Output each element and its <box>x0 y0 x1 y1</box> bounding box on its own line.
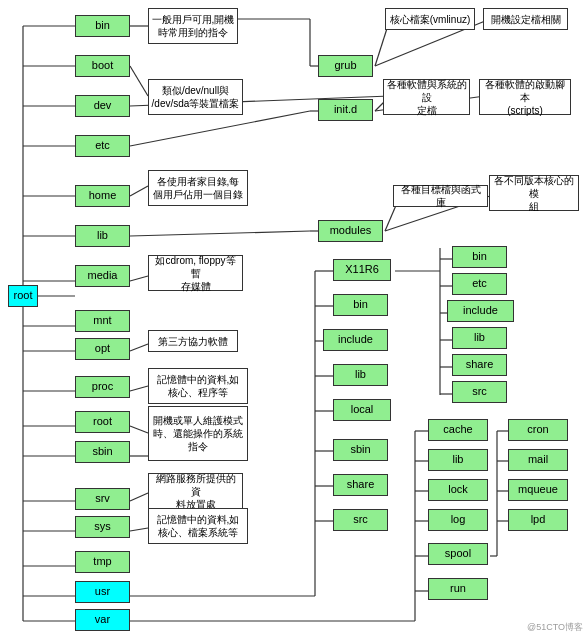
usr-label: usr <box>95 585 110 598</box>
svg-line-40 <box>130 426 148 433</box>
proc-desc-text: 記憶體中的資料,如核心、程序等 <box>157 373 240 399</box>
svg-line-37 <box>130 276 148 281</box>
usr-share-node: share <box>333 474 388 496</box>
lpd-node: lpd <box>508 509 568 531</box>
modules-node: modules <box>318 220 383 242</box>
usr-bin-node: bin <box>333 294 388 316</box>
sbin-desc-text: 開機或單人維護模式時、還能操作的系統指令 <box>153 414 243 453</box>
grub-node: grub <box>318 55 373 77</box>
lib-node: lib <box>75 225 130 247</box>
usr-node: usr <box>75 581 130 603</box>
x11r6-label: X11R6 <box>345 263 379 276</box>
x11-lib-label: lib <box>474 331 485 344</box>
targets-text: 各種目標檔與函式庫 <box>396 183 485 209</box>
x11-bin-node: bin <box>452 246 507 268</box>
media-node: media <box>75 265 130 287</box>
usr-share-label: share <box>347 478 375 491</box>
usr-include-node: include <box>323 329 388 351</box>
var-lock-node: lock <box>428 479 488 501</box>
usr-sbin-label: sbin <box>350 443 370 456</box>
kernel-versions-text: 各不同版本核心的模組 <box>492 174 576 213</box>
var-log-label: log <box>451 513 466 526</box>
sbin-desc: 開機或單人維護模式時、還能操作的系統指令 <box>148 406 248 461</box>
x11-src-node: src <box>452 381 507 403</box>
etc-label: etc <box>95 139 110 152</box>
lpd-label: lpd <box>531 513 546 526</box>
var-node: var <box>75 609 130 631</box>
x11-lib-node: lib <box>452 327 507 349</box>
vmlinuz-text: 核心檔案(vmlinuz) <box>390 13 471 26</box>
sys-desc-text: 記憶體中的資料,如核心、檔案系統等 <box>157 513 240 539</box>
home-desc-text: 各使用者家目錄,每個用戶佔用一個目錄 <box>153 175 243 201</box>
watermark: @51CTO博客 <box>527 621 583 634</box>
var-spool-node: spool <box>428 543 488 565</box>
mail-label: mail <box>528 453 548 466</box>
settings-text: 各種軟體與系統的設定檔 <box>386 78 467 117</box>
kernel-versions-label: 各不同版本核心的模組 <box>489 175 579 211</box>
rootdir-node: root <box>75 411 130 433</box>
boot-related-text: 開機設定檔相關 <box>491 13 561 26</box>
sys-desc: 記憶體中的資料,如核心、檔案系統等 <box>148 508 248 544</box>
rootdir-label: root <box>93 415 112 428</box>
sbin-label: sbin <box>92 445 112 458</box>
cron-label: cron <box>527 423 548 436</box>
opt-label: opt <box>95 342 110 355</box>
var-cache-node: cache <box>428 419 488 441</box>
dev-desc-text: 類似/dev/null與/dev/sda等裝置檔案 <box>152 84 240 110</box>
modules-label: modules <box>330 224 372 237</box>
x11r6-node: X11R6 <box>333 259 391 281</box>
home-node: home <box>75 185 130 207</box>
scripts-label: 各種軟體的啟動腳本(scripts) <box>479 79 571 115</box>
x11-src-label: src <box>472 385 487 398</box>
home-desc: 各使用者家目錄,每個用戶佔用一個目錄 <box>148 170 248 206</box>
root-label: root <box>14 289 33 302</box>
media-desc: 如cdrom, floppy等暫存媒體 <box>148 255 243 291</box>
tmp-node: tmp <box>75 551 130 573</box>
svg-line-25 <box>130 66 148 96</box>
var-label: var <box>95 613 110 626</box>
srv-node: srv <box>75 488 130 510</box>
usr-lib-label: lib <box>355 368 366 381</box>
usr-lib-node: lib <box>333 364 388 386</box>
var-lib-label: lib <box>452 453 463 466</box>
tmp-label: tmp <box>93 555 111 568</box>
grub-label: grub <box>334 59 356 72</box>
usr-local-node: local <box>333 399 391 421</box>
x11-include-label: include <box>463 304 498 317</box>
bin-label: bin <box>95 19 110 32</box>
sbin-node: sbin <box>75 441 130 463</box>
usr-src-label: src <box>353 513 368 526</box>
lib-label: lib <box>97 229 108 242</box>
bin-desc-text: 一般用戶可用,開機時常用到的指令 <box>152 13 235 39</box>
bin-desc: 一般用戶可用,開機時常用到的指令 <box>148 8 238 44</box>
boot-node: boot <box>75 55 130 77</box>
var-log-node: log <box>428 509 488 531</box>
var-cache-label: cache <box>443 423 472 436</box>
var-lock-label: lock <box>448 483 468 496</box>
boot-label: boot <box>92 59 113 72</box>
srv-desc: 網路服務所提供的資料放置處 <box>148 473 243 509</box>
var-lib-node: lib <box>428 449 488 471</box>
usr-sbin-node: sbin <box>333 439 388 461</box>
srv-desc-text: 網路服務所提供的資料放置處 <box>151 472 240 511</box>
targets-label: 各種目標檔與函式庫 <box>393 185 488 207</box>
srv-label: srv <box>95 492 110 505</box>
x11-share-node: share <box>452 354 507 376</box>
bin-node: bin <box>75 15 130 37</box>
var-spool-label: spool <box>445 547 471 560</box>
dev-label: dev <box>94 99 112 112</box>
mqueue-label: mqueue <box>518 483 558 496</box>
sys-node: sys <box>75 516 130 538</box>
x11-share-label: share <box>466 358 494 371</box>
svg-line-42 <box>130 493 148 501</box>
sys-label: sys <box>94 520 111 533</box>
opt-desc-text: 第三方協力軟體 <box>158 335 228 348</box>
svg-line-39 <box>130 386 148 391</box>
boot-related-label: 開機設定檔相關 <box>483 8 568 30</box>
svg-line-33 <box>130 231 310 236</box>
x11-bin-label: bin <box>472 250 487 263</box>
svg-line-38 <box>130 344 148 351</box>
dev-desc: 類似/dev/null與/dev/sda等裝置檔案 <box>148 79 243 115</box>
media-label: media <box>88 269 118 282</box>
usr-src-node: src <box>333 509 388 531</box>
